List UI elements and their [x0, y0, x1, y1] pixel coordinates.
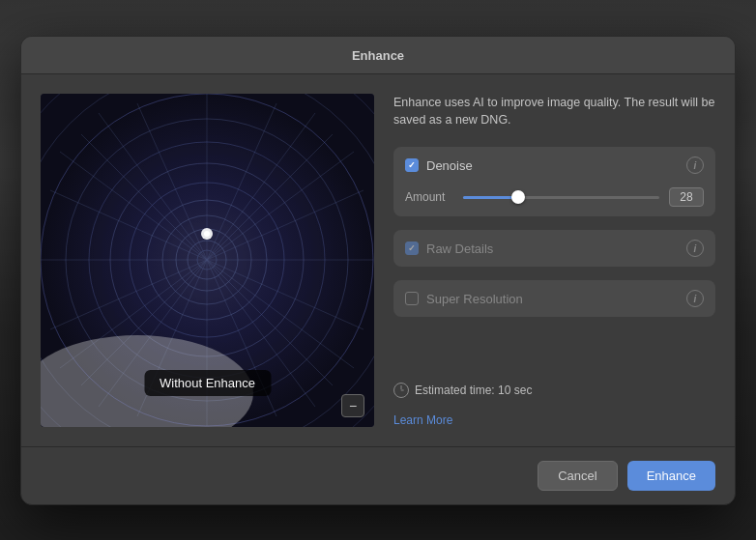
raw-info-symbol: i	[694, 243, 697, 254]
super-resolution-label: Super Resolution	[426, 292, 679, 306]
enhance-button[interactable]: Enhance	[627, 461, 715, 491]
super-resolution-option: Super Resolution i	[393, 280, 715, 317]
slider-track	[463, 196, 659, 199]
modal-footer: Cancel Enhance	[21, 446, 735, 504]
denoise-option: Denoise i Amount 28	[393, 147, 715, 216]
controls-section: Enhance uses AI to improve image quality…	[393, 94, 715, 427]
amount-value[interactable]: 28	[669, 187, 704, 207]
clock-icon	[393, 383, 409, 398]
preview-image: Without Enhance −	[41, 94, 374, 427]
denoise-checkbox[interactable]	[405, 158, 419, 172]
preview-label: Without Enhance	[144, 370, 271, 396]
super-resolution-info-icon[interactable]: i	[686, 290, 704, 307]
amount-label: Amount	[405, 190, 453, 204]
enhance-modal: Enhance	[20, 36, 736, 505]
zoom-out-button[interactable]: −	[341, 394, 364, 417]
modal-title: Enhance	[352, 48, 404, 63]
denoise-label: Denoise	[426, 158, 679, 173]
spacer	[393, 330, 715, 369]
modal-titlebar: Enhance	[21, 37, 735, 74]
description-text: Enhance uses AI to improve image quality…	[393, 94, 715, 130]
super-info-symbol: i	[694, 294, 697, 304]
raw-details-info-icon[interactable]: i	[686, 240, 704, 257]
svg-point-41	[204, 231, 210, 237]
learn-more-link[interactable]: Learn More	[393, 413, 715, 427]
denoise-info-icon[interactable]: i	[686, 156, 704, 174]
raw-details-checkbox[interactable]	[405, 242, 419, 255]
denoise-slider[interactable]	[463, 190, 659, 204]
estimated-time-label: Estimated time: 10 sec	[415, 384, 532, 397]
raw-details-header: Raw Details i	[405, 240, 704, 257]
amount-row: Amount 28	[405, 182, 704, 207]
zoom-out-icon: −	[349, 398, 357, 413]
raw-details-option: Raw Details i	[393, 230, 715, 267]
slider-fill	[463, 196, 518, 199]
raw-details-label: Raw Details	[426, 242, 679, 256]
info-symbol: i	[694, 160, 697, 171]
slider-thumb[interactable]	[511, 190, 525, 204]
preview-section: Without Enhance −	[41, 94, 374, 427]
super-resolution-checkbox[interactable]	[405, 292, 419, 305]
super-resolution-header: Super Resolution i	[405, 290, 704, 307]
denoise-header: Denoise i	[405, 156, 704, 174]
modal-body: Without Enhance − Enhance uses AI to imp…	[21, 74, 735, 446]
estimated-time-row: Estimated time: 10 sec	[393, 383, 715, 398]
cancel-button[interactable]: Cancel	[538, 461, 617, 491]
